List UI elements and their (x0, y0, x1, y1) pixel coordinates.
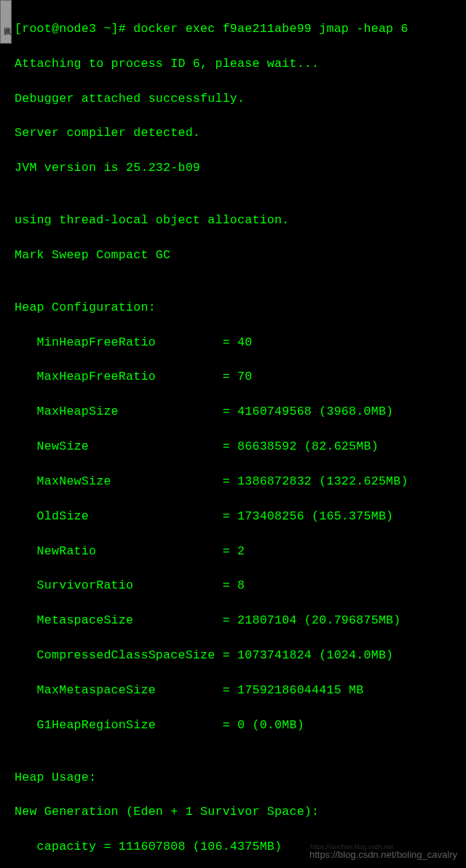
config-line: OldSize = 173408256 (165.375MB) (15, 508, 463, 525)
config-line: MetaspaceSize = 21807104 (20.796875MB) (15, 612, 463, 629)
command-line: [root@node3 ~]# docker exec f9ae211abe99… (15, 20, 463, 38)
output-line: Server compiler detected. (15, 124, 463, 142)
config-line: CompressedClassSpaceSize = 1073741824 (1… (15, 647, 463, 664)
output-line: JVM version is 25.232-b09 (15, 159, 463, 177)
config-line: MaxHeapFreeRatio = 70 (15, 368, 463, 386)
output-line: Attaching to process ID 6, please wait..… (15, 55, 463, 73)
config-line: MaxHeapSize = 4160749568 (3968.0MB) (15, 403, 463, 421)
config-line: NewRatio = 2 (15, 543, 463, 560)
output-line: Debugger attached successfully. (15, 90, 463, 108)
config-line: NewSize = 86638592 (82.625MB) (15, 438, 463, 455)
terminal-output: [root@node3 ~]# docker exec f9ae211abe99… (15, 3, 463, 868)
subsection-header: New Generation (Eden + 1 Survivor Space)… (15, 803, 463, 821)
config-line: G1HeapRegionSize = 0 (0.0MB) (15, 717, 463, 734)
config-line: SurvivorRatio = 8 (15, 577, 463, 594)
output-line: using thread-local object allocation. (15, 212, 463, 229)
watermark-text: https://blog.csdn.net/boling_cavalry (309, 848, 457, 862)
sidebar-tab: 腾讯云 (0, 0, 12, 44)
section-header: Heap Configuration: (15, 299, 463, 316)
config-line: MinHeapFreeRatio = 40 (15, 334, 463, 351)
config-line: MaxNewSize = 1386872832 (1322.625MB) (15, 473, 463, 490)
section-header: Heap Usage: (15, 769, 463, 787)
config-line: MaxMetaspaceSize = 17592186044415 MB (15, 682, 463, 699)
output-line: Mark Sweep Compact GC (15, 247, 463, 264)
